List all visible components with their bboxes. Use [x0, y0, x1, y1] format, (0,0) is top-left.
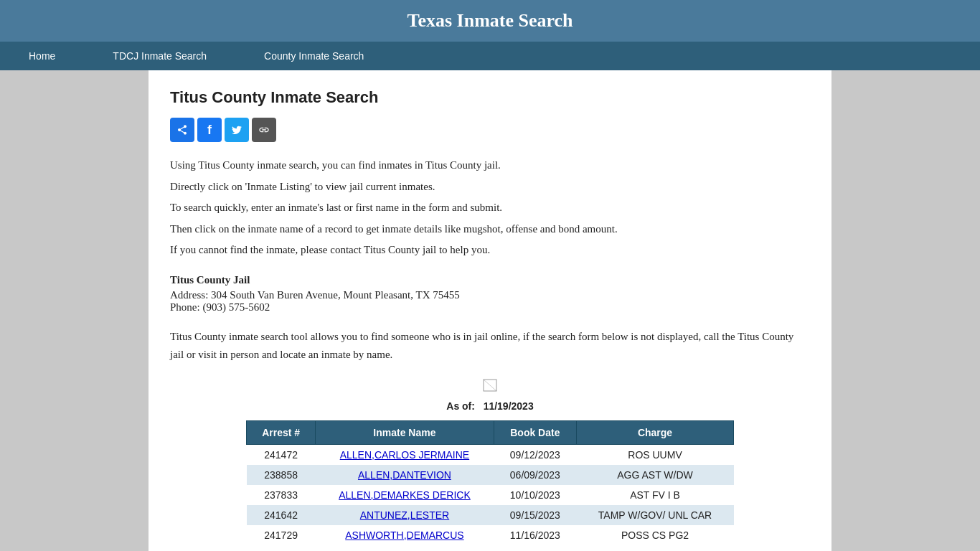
svg-line-1	[484, 380, 496, 391]
share-button[interactable]	[170, 118, 194, 142]
cell-charge: AST FV I B	[577, 485, 734, 505]
desc-line-1: Using Titus County inmate search, you ca…	[170, 156, 810, 175]
cell-name: ANTUNEZ,LESTER	[316, 505, 494, 525]
page-title: Titus County Inmate Search	[170, 88, 810, 107]
address-label: Address: 304 South Van Buren Avenue, Mou…	[170, 289, 460, 301]
image-placeholder-icon	[483, 379, 497, 392]
inmate-link[interactable]: ANTUNEZ,LESTER	[360, 509, 449, 521]
cell-arrest: 241472	[247, 444, 316, 465]
table-container: As of: 11/19/2023 Arrest # Inmate Name B…	[170, 379, 810, 545]
site-header: Texas Inmate Search	[0, 0, 980, 42]
cell-charge: ROS UUMV	[577, 444, 734, 465]
inmate-link[interactable]: ASHWORTH,DEMARCUS	[345, 529, 463, 541]
inmate-table: Arrest # Inmate Name Book Date Charge 24…	[246, 420, 734, 545]
table-row: 237833 ALLEN,DEMARKES DERICK 10/10/2023 …	[247, 485, 734, 505]
table-header: Arrest # Inmate Name Book Date Charge	[247, 420, 734, 444]
inmate-link[interactable]: ALLEN,DANTEVION	[358, 469, 451, 481]
col-arrest: Arrest #	[247, 420, 316, 444]
col-book-date: Book Date	[494, 420, 576, 444]
phone-label: Phone: (903) 575-5602	[170, 301, 270, 313]
cell-name: ASHWORTH,DEMARCUS	[316, 525, 494, 545]
cell-name: ALLEN,DANTEVION	[316, 465, 494, 485]
table-row: 241729 ASHWORTH,DEMARCUS 11/16/2023 POSS…	[247, 525, 734, 545]
cell-charge: TAMP W/GOV/ UNL CAR	[577, 505, 734, 525]
cell-book-date: 06/09/2023	[494, 465, 576, 485]
nav-county[interactable]: County Inmate Search	[235, 42, 392, 70]
desc-line-4: Then click on the inmate name of a recor…	[170, 220, 810, 239]
desc-line-3: To search quickly, enter an inmate's las…	[170, 199, 810, 217]
inmate-link[interactable]: ALLEN,CARLOS JERMAINE	[340, 449, 470, 461]
table-row: 238858 ALLEN,DANTEVION 06/09/2023 AGG AS…	[247, 465, 734, 485]
as-of-date-value: 11/19/2023	[484, 400, 534, 412]
desc-line-2: Directly click on 'Inmate Listing' to vi…	[170, 178, 810, 197]
jail-info-block: Titus County Jail Address: 304 South Van…	[170, 274, 810, 314]
nav-tdcj[interactable]: TDCJ Inmate Search	[84, 42, 235, 70]
table-row: 241642 ANTUNEZ,LESTER 09/15/2023 TAMP W/…	[247, 505, 734, 525]
cell-book-date: 09/15/2023	[494, 505, 576, 525]
cell-name: ALLEN,CARLOS JERMAINE	[316, 444, 494, 465]
table-body: 241472 ALLEN,CARLOS JERMAINE 09/12/2023 …	[247, 444, 734, 545]
table-header-row: Arrest # Inmate Name Book Date Charge	[247, 420, 734, 444]
cell-book-date: 11/16/2023	[494, 525, 576, 545]
facebook-icon: f	[207, 123, 212, 138]
tool-description: Titus County inmate search tool allows y…	[170, 328, 810, 364]
as-of-label: As of:	[446, 400, 475, 412]
cell-charge: AGG AST W/DW	[577, 465, 734, 485]
jail-address: Address: 304 South Van Buren Avenue, Mou…	[170, 289, 810, 301]
desc-line-5: If you cannot find the inmate, please co…	[170, 241, 810, 260]
cell-charge: POSS CS PG2	[577, 525, 734, 545]
site-title: Texas Inmate Search	[14, 10, 966, 32]
cell-book-date: 10/10/2023	[494, 485, 576, 505]
link-icon	[258, 124, 270, 136]
col-name: Inmate Name	[316, 420, 494, 444]
cell-arrest: 241729	[247, 525, 316, 545]
cell-arrest: 237833	[247, 485, 316, 505]
as-of-date: As of: 11/19/2023	[170, 400, 810, 412]
twitter-icon	[231, 124, 242, 136]
main-nav: Home TDCJ Inmate Search County Inmate Se…	[0, 42, 980, 70]
cell-name: ALLEN,DEMARKES DERICK	[316, 485, 494, 505]
description-block: Using Titus County inmate search, you ca…	[170, 156, 810, 260]
jail-name: Titus County Jail	[170, 274, 810, 286]
main-content: Titus County Inmate Search f	[149, 70, 831, 551]
twitter-button[interactable]	[225, 118, 249, 142]
cell-arrest: 238858	[247, 465, 316, 485]
col-charge: Charge	[577, 420, 734, 444]
jail-phone: Phone: (903) 575-5602	[170, 301, 810, 314]
cell-arrest: 241642	[247, 505, 316, 525]
broken-image	[483, 379, 497, 395]
cell-book-date: 09/12/2023	[494, 444, 576, 465]
table-row: 241472 ALLEN,CARLOS JERMAINE 09/12/2023 …	[247, 444, 734, 465]
inmate-link[interactable]: ALLEN,DEMARKES DERICK	[339, 489, 471, 501]
facebook-button[interactable]: f	[197, 118, 222, 142]
nav-home[interactable]: Home	[0, 42, 84, 70]
social-share-buttons: f	[170, 118, 810, 142]
share-icon	[176, 124, 188, 136]
copy-link-button[interactable]	[252, 118, 276, 142]
